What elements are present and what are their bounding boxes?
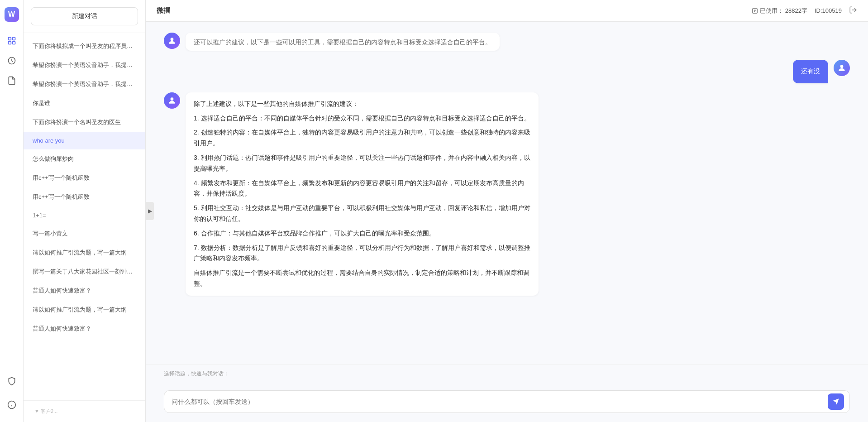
chat-area: 还可以推广的建议，以下是一些可以用的工具，需要根据自己的内容特点和目标受众选择适… xyxy=(146,22,868,364)
sidebar-bottom: ▼ 客户2... xyxy=(24,400,145,422)
quick-topics-label: 选择话题，快速与我对话： xyxy=(164,370,850,378)
usage-icon xyxy=(752,8,758,14)
ai-message-bubble: 除了上述建议，以下是一些其他的自媒体推广引流的建议： 1. 选择适合自己的平台：… xyxy=(186,92,539,296)
user-message-bubble: 还有没 xyxy=(793,60,828,83)
nav-icon-info[interactable] xyxy=(4,397,20,413)
top-bar-right: 已使用： 28822字 ID:100519 xyxy=(752,6,857,16)
user-avatar xyxy=(834,60,850,76)
svg-point-13 xyxy=(171,38,174,41)
usage-value: 28822字 xyxy=(785,7,807,15)
sidebar-header: 新建对话 xyxy=(24,0,145,33)
sidebar-item-2[interactable]: 希望你扮演一个英语发音助手，我提供给你... xyxy=(24,75,145,94)
nav-icon-shield[interactable] xyxy=(4,373,20,389)
sidebar-item-1[interactable]: 希望你扮演一个英语发音助手，我提供给你... xyxy=(24,56,145,75)
sidebar-item-15[interactable]: 普通人如何快速致富？ xyxy=(24,319,145,338)
svg-point-15 xyxy=(171,97,174,101)
icon-bar: W xyxy=(0,0,24,422)
ai-avatar xyxy=(164,33,180,49)
ai-message-row: 除了上述建议，以下是一些其他的自媒体推广引流的建议： 1. 选择适合自己的平台：… xyxy=(164,92,850,296)
ai-response-p1: 1. 选择适合自己的平台：不同的自媒体平台针对的受众不同，需要根据自己的内容特点… xyxy=(194,113,530,124)
ai-response-p5: 5. 利用社交互动：社交媒体是与用户互动的重要平台，可以积极利用社交媒体与用户互… xyxy=(194,203,530,225)
chat-input[interactable] xyxy=(172,396,827,407)
sidebar-item-13[interactable]: 普通人如何快速致富？ xyxy=(24,281,145,300)
nav-icon-main[interactable] xyxy=(4,33,20,49)
user-message-row: 还有没 xyxy=(164,60,850,83)
sidebar-item-7[interactable]: 用c++写一个随机函数 xyxy=(24,168,145,187)
svg-rect-0 xyxy=(8,38,11,40)
main-content: 微撰 已使用： 28822字 ID:100519 xyxy=(146,0,868,422)
partial-message-bubble: 还可以推广的建议，以下是一些可以用的工具，需要根据自己的内容特点和目标受众选择适… xyxy=(186,33,500,51)
top-bar: 微撰 已使用： 28822字 ID:100519 xyxy=(146,0,868,22)
ai-response-p2: 2. 创造独特的内容：在自媒体平台上，独特的内容更容易吸引用户的注意力和共鸣，可… xyxy=(194,127,530,149)
sidebar-item-10[interactable]: 写一篇小黄文 xyxy=(24,224,145,243)
sidebar-bottom-item[interactable]: ▼ 客户2... xyxy=(31,404,61,418)
sidebar: 新建对话 下面你将模拟成一个叫圣友的程序员，我说... 希望你扮演一个英语发音助… xyxy=(24,0,146,422)
sidebar-item-0[interactable]: 下面你将模拟成一个叫圣友的程序员，我说... xyxy=(24,37,145,56)
ai-response-avatar xyxy=(164,92,180,109)
ai-message-partial: 还可以推广的建议，以下是一些可以用的工具，需要根据自己的内容特点和目标受众选择适… xyxy=(164,33,850,51)
nav-icon-history[interactable] xyxy=(4,53,20,69)
toggle-icon: ▶ xyxy=(148,208,152,214)
send-icon xyxy=(832,398,839,405)
input-wrapper xyxy=(164,390,850,413)
sidebar-list: 下面你将模拟成一个叫圣友的程序员，我说... 希望你扮演一个英语发音助手，我提供… xyxy=(24,33,145,400)
usage-badge: 已使用： 28822字 xyxy=(752,7,807,15)
page-title: 微撰 xyxy=(157,6,170,15)
user-message-text: 还有没 xyxy=(801,67,820,75)
sidebar-toggle[interactable]: ▶ xyxy=(146,202,154,220)
svg-marker-17 xyxy=(833,398,839,404)
ai-response-p7: 7. 数据分析：数据分析是了解用户反馈和喜好的重要途径，可以分析用户行为和数据，… xyxy=(194,243,530,264)
sidebar-item-12[interactable]: 撰写一篇关于八大家花园社区一刻钟便民生... xyxy=(24,262,145,281)
usage-label: 已使用： xyxy=(760,7,783,15)
sidebar-item-8[interactable]: 用c++写一个随机函数 xyxy=(24,187,145,206)
quick-topics: 选择话题，快速与我对话： xyxy=(146,364,868,385)
user-id: ID:100519 xyxy=(815,7,842,14)
app-logo: W xyxy=(5,7,19,22)
ai-response-p4: 4. 频繁发布和更新：在自媒体平台上，频繁发布和更新的内容更容易吸引用户的关注和… xyxy=(194,178,530,200)
sidebar-item-14[interactable]: 请以如何推广引流为题，写一篇大纲 xyxy=(24,300,145,319)
send-button[interactable] xyxy=(828,393,844,410)
sidebar-item-9[interactable]: 1+1= xyxy=(24,206,145,224)
new-chat-button[interactable]: 新建对话 xyxy=(31,7,138,25)
svg-rect-1 xyxy=(12,38,15,40)
ai-response-p6: 6. 合作推广：与其他自媒体平台或品牌合作推广，可以扩大自己的曝光率和受众范围。 xyxy=(194,228,530,239)
sidebar-item-3[interactable]: 你是谁 xyxy=(24,94,145,113)
nav-icon-file[interactable] xyxy=(4,72,20,89)
svg-point-14 xyxy=(840,65,844,68)
ai-response-conclusion: 自媒体推广引流是一个需要不断尝试和优化的过程，需要结合自身的实际情况，制定合适的… xyxy=(194,268,530,289)
svg-rect-2 xyxy=(8,42,11,44)
ai-response-p3: 3. 利用热门话题：热门话题和事件是吸引用户的重要途径，可以关注一些热门话题和事… xyxy=(194,153,530,174)
sidebar-item-5[interactable]: who are you xyxy=(24,132,145,149)
ai-response-intro: 除了上述建议，以下是一些其他的自媒体推广引流的建议： xyxy=(194,99,530,110)
sidebar-item-4[interactable]: 下面你将扮演一个名叫圣友的医生 xyxy=(24,113,145,132)
input-area xyxy=(146,385,868,422)
logout-button[interactable] xyxy=(849,6,857,16)
sidebar-item-11[interactable]: 请以如何推广引流为题，写一篇大纲 xyxy=(24,243,145,262)
svg-rect-3 xyxy=(12,42,15,44)
sidebar-item-6[interactable]: 怎么做狗屎炒肉 xyxy=(24,149,145,168)
